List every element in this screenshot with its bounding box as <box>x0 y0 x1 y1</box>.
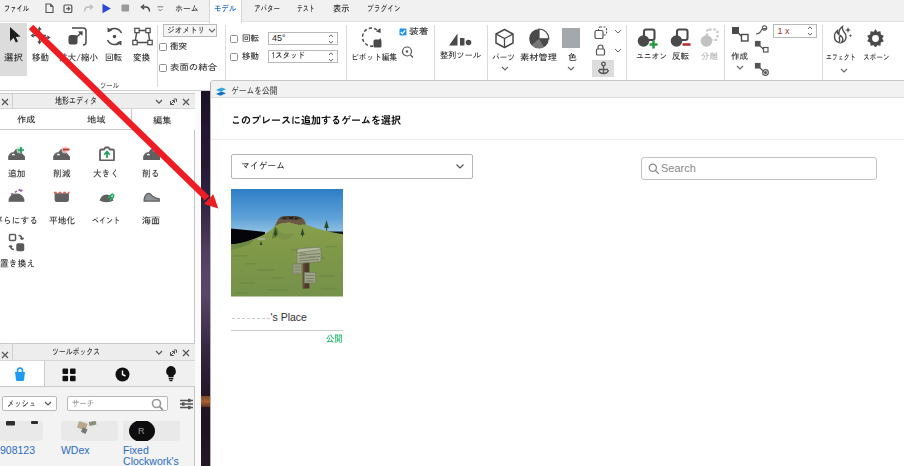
svg-text:R: R <box>138 426 145 436</box>
